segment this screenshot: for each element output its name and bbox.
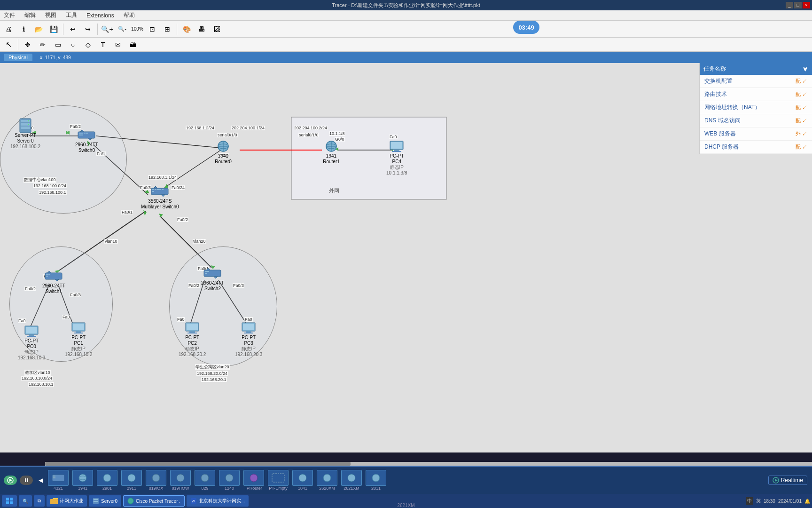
- undo-button[interactable]: ↩: [66, 23, 79, 36]
- switch2-node[interactable]: 2960-24TTSwitch1: [42, 269, 65, 294]
- server-node[interactable]: Server-PTServer0 192.168.100.2: [10, 119, 40, 150]
- scroll-left[interactable]: ◀: [37, 477, 45, 484]
- panel-item-nat[interactable]: 网络地址转换（NAT） 配 ↙: [700, 101, 812, 114]
- canvas-area[interactable]: 外网: [0, 63, 812, 452]
- mlswitch-node[interactable]: 3560-24PSMultilayer Switch0: [141, 184, 179, 210]
- panel-item-web[interactable]: WEB 服务器 外 ↙: [700, 127, 812, 141]
- right-panel: 任务名称 ⮟ 交换机配置 配 ↙ 路由技术 配 ↙ 网络地址转换（NAT） 配 …: [699, 63, 812, 154]
- pc0-ip: 192.168.10.3: [18, 355, 45, 361]
- lang-indicator[interactable]: 中: [746, 497, 753, 505]
- realtime-badge[interactable]: Realtime: [768, 476, 807, 485]
- device-2901[interactable]: 2901: [95, 470, 119, 491]
- workspace[interactable]: Physical x: 1171, y: 489 外网: [0, 52, 812, 452]
- text-tool[interactable]: T: [96, 38, 109, 51]
- pc2-node[interactable]: PC-PTPC2 动态IP 192.168.20.2: [179, 321, 206, 357]
- file-explorer-button[interactable]: 计网大作业: [47, 495, 87, 507]
- title-bar: Tracer - D:\新建文件夹1\实验和作业\计网实验\计网大作业\tttt…: [0, 0, 812, 10]
- device-2621xm-label: 2621XM: [344, 486, 359, 491]
- mail-tool[interactable]: ✉: [111, 38, 125, 51]
- save-button[interactable]: 💾: [47, 23, 60, 36]
- device-819how[interactable]: 819HOW: [169, 470, 192, 491]
- device-pt-empty-label: PT-Empty: [269, 486, 288, 491]
- router1-node[interactable]: 1941Router1: [322, 139, 341, 165]
- switch0-node[interactable]: 2960-24TTSwitch0: [75, 128, 98, 153]
- device-829[interactable]: 829: [193, 470, 217, 491]
- device-pt-empty[interactable]: PT-Empty: [266, 470, 290, 491]
- select-tool[interactable]: ↖: [2, 38, 15, 51]
- print2-button[interactable]: 🖶: [195, 23, 208, 36]
- device-2620xm[interactable]: 2620XM: [315, 470, 339, 491]
- router0-node[interactable]: 1941Router0: [214, 139, 233, 165]
- hscroll-bar[interactable]: [45, 462, 812, 466]
- device-iprouter[interactable]: IPRouter: [242, 470, 265, 491]
- device-1841[interactable]: 1841: [291, 470, 314, 491]
- device-2621xm[interactable]: 2621XM: [340, 470, 363, 491]
- redo-button[interactable]: ↪: [81, 23, 94, 36]
- pen-tool[interactable]: ✏: [36, 38, 49, 51]
- zoom-100-button[interactable]: 100%: [131, 23, 144, 36]
- pc3-label: PC-PTPC3: [242, 335, 256, 346]
- packet-tracer-label: Cisco Packet Tracer .: [136, 499, 180, 504]
- move-tool[interactable]: ✥: [21, 38, 34, 51]
- word-button[interactable]: W 北京科技大学计网实...: [187, 495, 249, 507]
- poly-tool[interactable]: ◇: [81, 38, 94, 51]
- menu-edit[interactable]: 编辑: [23, 10, 38, 20]
- pc0-node[interactable]: PC-PTPC0 动态IP 192.168.10.3: [18, 324, 45, 361]
- hscroll-thumb[interactable]: [45, 462, 351, 466]
- image-button[interactable]: 🖼: [210, 23, 223, 36]
- zoom-in-button[interactable]: 🔍+: [101, 23, 114, 36]
- panel-expand[interactable]: ⮟: [803, 66, 808, 72]
- pc2-icon: [183, 321, 202, 335]
- info-button[interactable]: ℹ: [17, 23, 30, 36]
- menu-tools[interactable]: 工具: [64, 10, 79, 20]
- device-4321[interactable]: 4321: [47, 470, 70, 491]
- print-button[interactable]: 🖨: [2, 23, 15, 36]
- simulation-mode-button[interactable]: [20, 476, 33, 485]
- panel-item-switch[interactable]: 交换机配置 配 ↙: [700, 75, 812, 88]
- device-1240-label: 1240: [225, 486, 234, 491]
- pc1-node[interactable]: PC-PTPC1 静态IP 192.168.10.2: [65, 321, 92, 357]
- panel-item-dhcp[interactable]: DHCP 服务器 配 ↙: [700, 141, 812, 154]
- maximize-button[interactable]: □: [794, 2, 802, 8]
- open-button[interactable]: 📂: [32, 23, 45, 36]
- menu-view[interactable]: 视图: [43, 10, 58, 20]
- realtime-mode-button[interactable]: [4, 476, 17, 485]
- svg-rect-35: [81, 133, 83, 134]
- packet-tracer-button[interactable]: Cisco Packet Tracer .: [123, 495, 185, 507]
- device-1941[interactable]: 1941: [71, 470, 94, 491]
- search-button[interactable]: 🔍: [19, 495, 32, 507]
- start-button[interactable]: [2, 495, 17, 507]
- oval-tool[interactable]: ○: [66, 38, 79, 51]
- notification[interactable]: 🔔: [804, 499, 810, 504]
- svg-rect-114: [6, 498, 9, 500]
- switch3-node[interactable]: 2960-24TTSwitch2: [201, 266, 224, 292]
- mlswitch-label: 3560-24PSMultilayer Switch0: [141, 198, 179, 210]
- device-819iox[interactable]: 819IOX: [144, 470, 168, 491]
- svg-point-105: [226, 474, 233, 482]
- svg-marker-25: [159, 214, 163, 217]
- pc4-node[interactable]: PC-PTPC4 静态IP 10.1.1.3/8: [386, 139, 407, 176]
- menu-help[interactable]: 帮助: [122, 10, 137, 20]
- physical-tab[interactable]: Physical: [4, 54, 32, 61]
- bgimg-tool[interactable]: 🏔: [126, 38, 140, 51]
- close-button[interactable]: ×: [803, 2, 810, 8]
- pc3-node[interactable]: PC-PTPC3 静态IP 192.168.20.3: [235, 321, 262, 357]
- menu-file[interactable]: 文件: [2, 10, 17, 20]
- ime-indicator[interactable]: 英: [756, 498, 761, 504]
- label-vlan10: vlan10: [104, 239, 118, 244]
- switch2-icon: [44, 269, 63, 283]
- device-1240[interactable]: 1240: [218, 470, 241, 491]
- fit-width-button[interactable]: ⊞: [161, 23, 174, 36]
- rect-tool[interactable]: ▭: [51, 38, 64, 51]
- taskview-button[interactable]: ⧉: [34, 495, 45, 507]
- menu-extensions[interactable]: Extensions: [85, 11, 116, 20]
- minimize-button[interactable]: _: [786, 2, 793, 8]
- device-2911[interactable]: 2911: [120, 470, 143, 491]
- fit-button[interactable]: ⊡: [146, 23, 159, 36]
- zoom-out-button[interactable]: 🔍-: [116, 23, 129, 36]
- device-2811[interactable]: 2811: [364, 470, 388, 491]
- panel-item-routing[interactable]: 路由技术 配 ↙: [700, 88, 812, 101]
- server0-button[interactable]: Server0: [89, 495, 121, 507]
- panel-item-dns[interactable]: DNS 域名访问 配 ↙: [700, 114, 812, 127]
- palette-button[interactable]: 🎨: [180, 23, 193, 36]
